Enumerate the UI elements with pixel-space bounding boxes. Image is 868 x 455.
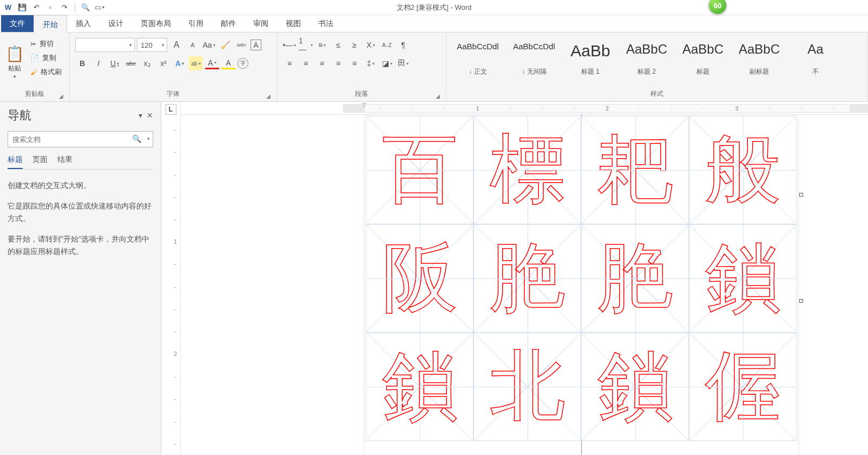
text-effects-button[interactable]: A (173, 56, 187, 70)
paragraph-launcher[interactable]: ◢ (434, 92, 442, 100)
cut-button[interactable]: ✂剪切 (28, 38, 64, 50)
sort-button[interactable]: A↓Z (380, 38, 394, 52)
calligraphy-cell[interactable]: 般 (689, 116, 797, 224)
copy-icon: 📄 (30, 54, 39, 62)
style-item-5[interactable]: AaBbC副标题 (732, 38, 786, 80)
group-clipboard: 📋 粘贴 ▾ ✂剪切 📄复制 🖌格式刷 剪贴板◢ (0, 32, 70, 101)
font-size-dropdown[interactable]: 120▾ (137, 38, 167, 52)
align-left-button[interactable]: ≡ (282, 56, 297, 70)
nav-tab-headings[interactable]: 标题 (8, 155, 23, 169)
frame-handle[interactable] (799, 299, 803, 303)
calligraphy-cell[interactable]: 鎖 (689, 224, 797, 333)
paste-button[interactable]: 📋 粘贴 ▾ (3, 35, 26, 89)
hanzi-char: 鎖 (689, 225, 796, 332)
change-case-button[interactable]: Aa (202, 38, 216, 52)
horizontal-ruler[interactable]: ···1···2···3··· ▽ (181, 102, 868, 115)
hanzi-char: 耙 (582, 116, 688, 224)
hanzi-char: 阪 (366, 225, 473, 332)
line-spacing-button[interactable]: ‡ (364, 56, 378, 70)
calligraphy-cell[interactable]: 百 (366, 116, 474, 224)
mode-button[interactable]: ▭▾ (94, 2, 106, 14)
nav-tab-pages[interactable]: 页面 (32, 155, 48, 169)
superscript-button[interactable]: x² (156, 56, 170, 70)
enclose-char-button[interactable]: 字 (238, 58, 248, 69)
calligraphy-cell[interactable]: 脃 (581, 224, 689, 333)
shrink-font-button[interactable]: A (186, 38, 200, 52)
calligraphy-cell[interactable]: 脃 (474, 224, 581, 333)
bold-button[interactable]: B (75, 56, 89, 70)
multilevel-list-button[interactable]: ≡ (315, 38, 329, 52)
hanzi-char: 百 (366, 116, 473, 224)
calligraphy-cell[interactable]: 鎖 (581, 333, 689, 441)
style-item-3[interactable]: AaBbC标题 2 (620, 38, 674, 80)
subscript-button[interactable]: x₂ (140, 56, 154, 70)
nav-tab-results[interactable]: 结果 (57, 155, 73, 169)
char-border-button[interactable]: A (251, 40, 261, 50)
hanzi-char: 標 (474, 116, 581, 224)
calligraphy-cell[interactable]: 耙 (581, 116, 689, 224)
style-item-4[interactable]: AaBbC标题 (676, 38, 730, 80)
tab-review[interactable]: 审阅 (245, 15, 277, 32)
borders-button[interactable]: 田 (396, 56, 410, 70)
style-item-2[interactable]: AaBb标题 1 (563, 38, 617, 80)
font-name-dropdown[interactable]: ▾ (75, 38, 135, 52)
underline-button[interactable]: U (108, 56, 122, 70)
clipboard-launcher[interactable]: ◢ (57, 92, 65, 100)
calligraphy-cell[interactable]: 北 (474, 333, 581, 441)
calligraphy-cell[interactable]: 偓 (689, 333, 797, 441)
tab-layout[interactable]: 页面布局 (132, 15, 180, 32)
tab-home[interactable]: 开始 (34, 15, 67, 32)
strike-button[interactable]: abe (124, 56, 138, 70)
tab-references[interactable]: 引用 (180, 15, 212, 32)
format-painter-button[interactable]: 🖌格式刷 (28, 66, 64, 78)
sogou-badge[interactable]: 60 (708, 0, 727, 15)
nav-close-button[interactable]: ✕ (147, 111, 153, 120)
decrease-indent-button[interactable]: ≤ (331, 38, 345, 52)
calligraphy-cell[interactable]: 標 (474, 116, 581, 224)
tab-design[interactable]: 设计 (100, 15, 132, 32)
tab-mail[interactable]: 邮件 (212, 15, 245, 32)
save-button[interactable]: 💾 (16, 2, 28, 14)
style-item-6[interactable]: Aa不 (788, 38, 843, 80)
font-color-button[interactable]: A (205, 57, 219, 69)
nav-dropdown-icon[interactable]: ▾ (139, 111, 142, 120)
grow-font-button[interactable]: A (169, 38, 183, 52)
shading-button[interactable]: ◪ (380, 56, 394, 70)
numbering-button[interactable]: 1— (299, 38, 313, 52)
print-preview-button[interactable]: 🔍 (80, 2, 91, 14)
show-marks-button[interactable]: ¶ (396, 38, 410, 52)
style-item-1[interactable]: AaBbCcDdl↓ 无间隔 (507, 38, 561, 80)
phonetic-button[interactable]: wén (234, 38, 248, 52)
increase-indent-button[interactable]: ≥ (347, 38, 361, 52)
tab-insert[interactable]: 插入 (67, 15, 100, 32)
align-distribute-button[interactable]: ≡ (347, 56, 361, 70)
undo-button[interactable]: ↶ (30, 2, 42, 14)
search-icon[interactable]: 🔍 (132, 134, 141, 143)
redo-button[interactable]: ↷ (58, 2, 70, 14)
tab-calligraphy[interactable]: 书法 (310, 15, 342, 32)
italic-button[interactable]: I (91, 56, 106, 70)
font-launcher[interactable]: ◢ (265, 92, 272, 100)
new-button[interactable]: ▫ (44, 2, 56, 14)
asian-layout-button[interactable]: X (364, 38, 378, 52)
document-page[interactable]: 百標耙般阪脃脃鎖鎖北鎖偓 (365, 115, 798, 455)
search-input[interactable] (8, 131, 153, 147)
highlight-color-button[interactable]: A (221, 57, 235, 69)
align-center-button[interactable]: ≡ (299, 56, 313, 70)
align-right-button[interactable]: ≡ (315, 56, 329, 70)
tab-view[interactable]: 视图 (277, 15, 310, 32)
calligraphy-cell[interactable]: 鎖 (366, 333, 474, 441)
clear-format-button[interactable]: 🧹 (218, 38, 232, 52)
highlight-button[interactable]: ab (189, 56, 203, 70)
search-dropdown-icon[interactable]: ▾ (147, 136, 150, 141)
indent-marker[interactable]: ▽ (362, 102, 366, 108)
ribbon: 📋 粘贴 ▾ ✂剪切 📄复制 🖌格式刷 剪贴板◢ ▾ 120▾ A A Aa 🧹… (0, 32, 868, 102)
bullets-button[interactable]: •— (282, 38, 297, 52)
frame-handle[interactable] (799, 193, 803, 197)
copy-button[interactable]: 📄复制 (28, 52, 64, 64)
calligraphy-cell[interactable]: 阪 (366, 224, 474, 333)
align-justify-button[interactable]: ≡ (331, 56, 345, 70)
style-item-0[interactable]: AaBbCcDdl↓ 正文 (451, 38, 505, 80)
tab-file[interactable]: 文件 (1, 15, 34, 32)
tab-selector[interactable]: L (166, 104, 176, 115)
